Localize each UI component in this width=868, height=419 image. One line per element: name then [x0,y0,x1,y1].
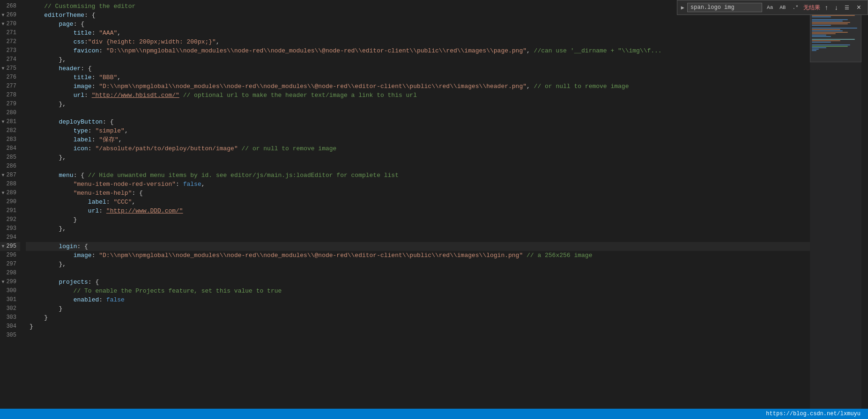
fold-arrow-289[interactable] [0,189,4,198]
fold-arrow-275[interactable] [0,64,4,73]
search-context-icon: ▶ [681,4,684,11]
code-line-300[interactable]: // To enable the Projects feature, set t… [26,287,810,295]
search-regex-button[interactable]: .* [790,4,800,11]
line-numbers: 2682692702712722732742752762772782792802… [0,0,26,419]
code-line-279[interactable]: }, [26,100,810,109]
line-number-283: 283 [0,135,20,144]
code-area: 2682692702712722732742752762772782792802… [0,0,810,419]
editor-container: ▶ Aa AB .* 无结果 ↑ ↓ ☰ × 26826927027127227… [0,0,868,419]
search-whole-word-button[interactable]: AB [778,4,787,11]
code-line-295[interactable]: login: { [26,242,810,251]
code-line-281[interactable]: deployButton: { [26,118,810,126]
code-line-291[interactable]: url: "http://www.DDD.com/" [26,206,810,215]
search-list-button[interactable]: ☰ [843,4,851,12]
code-line-284[interactable]: icon: "/absolute/path/to/deploy/button/i… [26,144,810,153]
code-line-275[interactable]: header: { [26,64,810,73]
code-line-287[interactable]: menu: { // Hide unwanted menu items by i… [26,171,810,180]
line-number-276: 276 [0,73,20,82]
code-line-274[interactable]: }, [26,55,810,64]
line-number-291: 291 [0,206,20,215]
code-line-270[interactable]: page: { [26,20,810,29]
code-line-301[interactable]: enabled: false [26,295,810,304]
search-case-sensitive-button[interactable]: Aa [765,4,775,11]
code-line-289[interactable]: "menu-item-help": { [26,189,810,198]
line-number-303: 303 [0,313,20,322]
code-line-292[interactable]: } [26,215,810,224]
line-number-280: 280 [0,109,20,118]
fold-arrow-299[interactable] [0,278,4,287]
line-number-290: 290 [0,198,20,206]
line-number-275: 275 [0,64,20,73]
scrollbar[interactable] [861,0,868,419]
search-no-result: 无结果 [803,4,820,12]
line-number-304: 304 [0,322,20,331]
line-number-282: 282 [0,126,20,135]
line-number-278: 278 [0,91,20,100]
code-line-283[interactable]: label: "保存", [26,135,810,144]
line-number-297: 297 [0,260,20,269]
fold-arrow-269[interactable] [1,11,4,20]
code-line-277[interactable]: image: "D:\\npm\\npmglobal\\node_modules… [26,82,810,91]
line-number-288: 288 [0,180,20,189]
code-line-302[interactable]: } [26,304,810,313]
line-number-287: 287 [0,171,20,180]
code-line-282[interactable]: type: "simple", [26,126,810,135]
line-number-305: 305 [0,331,20,340]
search-input[interactable] [687,3,762,12]
code-line-303[interactable]: } [26,313,810,322]
line-number-273: 273 [0,46,20,55]
code-line-297[interactable]: }, [26,260,810,269]
line-number-269: 269 [0,11,20,20]
code-line-280[interactable] [26,109,810,118]
fold-arrow-295[interactable] [0,242,4,251]
line-number-294: 294 [0,233,20,242]
lines-wrapper: 2682692702712722732742752762772782792802… [0,0,810,419]
line-number-284: 284 [0,144,20,153]
code-line-272[interactable]: css:"div {height: 200px;width: 200px;}", [26,37,810,46]
search-next-button[interactable]: ↓ [833,3,840,12]
code-line-304[interactable]: } [26,322,810,331]
line-number-270: 270 [0,20,20,29]
fold-arrow-287[interactable] [0,171,4,180]
code-line-293[interactable]: }, [26,224,810,233]
fold-arrow-281[interactable] [0,118,4,126]
line-number-293: 293 [0,224,20,233]
line-number-279: 279 [0,100,20,109]
code-line-298[interactable] [26,269,810,278]
code-line-271[interactable]: title: "AAA", [26,29,810,37]
line-number-301: 301 [0,295,20,304]
status-url: https://blog.csdn.net/lxmuyu [766,411,861,417]
line-number-272: 272 [0,37,20,46]
code-line-285[interactable]: }, [26,153,810,162]
code-line-294[interactable] [26,233,810,242]
code-line-296[interactable]: image: "D:\\npm\\npmglobal\\node_modules… [26,251,810,260]
line-number-296: 296 [0,251,20,260]
code-line-273[interactable]: favicon: "D:\\npm\\npmglobal\\node_modul… [26,46,810,55]
line-number-281: 281 [0,118,20,126]
line-number-274: 274 [0,55,20,64]
code-lines[interactable]: // Customising the editor editorTheme: {… [26,0,810,419]
line-number-302: 302 [0,304,20,313]
line-number-286: 286 [0,162,20,171]
code-line-278[interactable]: url: "http://www.hbisdt.com/" // optiona… [26,91,810,100]
minimap[interactable] [810,0,861,419]
code-line-305[interactable] [26,331,810,340]
code-line-288[interactable]: "menu-item-node-red-version": false, [26,180,810,189]
fold-arrow-270[interactable] [0,20,4,29]
search-close-button[interactable]: × [854,2,864,13]
code-line-299[interactable]: projects: { [26,278,810,287]
status-bar: https://blog.csdn.net/lxmuyu [0,409,868,419]
line-number-298: 298 [0,269,20,278]
code-line-286[interactable] [26,162,810,171]
line-number-299: 299 [0,278,20,287]
line-number-271: 271 [0,29,20,37]
line-number-300: 300 [0,287,20,295]
search-prev-button[interactable]: ↑ [823,3,830,12]
line-number-285: 285 [0,153,20,162]
code-line-290[interactable]: label: "CCC", [26,198,810,206]
line-number-277: 277 [0,82,20,91]
line-number-295: 295 [0,242,20,251]
code-line-276[interactable]: title: "BBB", [26,73,810,82]
line-number-292: 292 [0,215,20,224]
line-number-289: 289 [0,189,20,198]
